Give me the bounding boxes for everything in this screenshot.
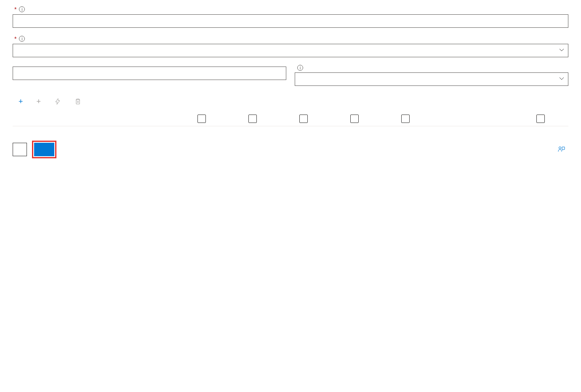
info-icon[interactable]: i: [19, 36, 25, 42]
facetable-all-checkbox[interactable]: [350, 115, 359, 123]
lightning-icon: [54, 98, 61, 105]
search-mode-select[interactable]: [295, 72, 568, 86]
next-create-indexer-button[interactable]: [34, 143, 54, 156]
sortable-all-checkbox[interactable]: [299, 115, 308, 123]
fields-toolbar: + +: [13, 93, 568, 109]
index-name-input[interactable]: [13, 14, 568, 28]
wizard-buttons: [0, 135, 581, 163]
configure-vector-button: [54, 98, 64, 105]
searchable-all-checkbox[interactable]: [401, 115, 410, 123]
retrievable-all-checkbox[interactable]: [197, 115, 206, 123]
fields-table: [13, 109, 568, 126]
key-select[interactable]: [13, 44, 568, 57]
give-feedback-link[interactable]: [557, 146, 568, 153]
info-icon[interactable]: i: [19, 6, 25, 12]
previous-button[interactable]: [13, 143, 27, 156]
add-subfield-button: +: [37, 98, 45, 105]
info-icon[interactable]: i: [297, 65, 303, 71]
highlight-frame: [32, 141, 56, 158]
plus-icon: +: [37, 98, 41, 105]
required-asterisk: *: [14, 6, 16, 13]
add-field-button[interactable]: +: [19, 98, 27, 105]
suggester-name-input[interactable]: [13, 67, 286, 80]
delete-button: [75, 98, 85, 105]
suggester-all-checkbox[interactable]: [536, 115, 545, 123]
plus-icon: +: [19, 98, 23, 105]
trash-icon: [75, 98, 81, 105]
required-asterisk: *: [14, 35, 16, 42]
feedback-icon: [557, 146, 565, 153]
svg-point-0: [559, 147, 561, 149]
filterable-all-checkbox[interactable]: [248, 115, 257, 123]
